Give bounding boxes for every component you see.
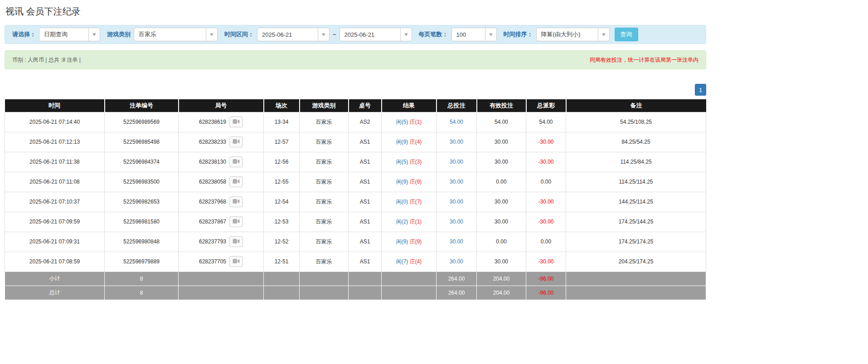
cell-session: 12-55 <box>264 172 300 192</box>
total-bet-link[interactable]: 30.00 <box>450 218 463 225</box>
cell-bet-id: 522596979889 <box>105 252 179 272</box>
footer-label: 总计 <box>5 286 105 300</box>
query-type-select[interactable]: 日期查询 <box>39 28 100 41</box>
cell-payout: -30.00 <box>526 252 566 272</box>
column-header: 总派彩 <box>526 99 566 112</box>
date-to-select[interactable]: 2025-06-21 <box>339 28 412 41</box>
round-number: 628237968 <box>199 199 226 205</box>
cell-session: 12-54 <box>264 192 300 212</box>
bet-record-row: 2025-06-21 07:11:08522596983500628238058… <box>5 172 706 192</box>
cell-time: 2025-06-21 07:08:59 <box>5 252 105 272</box>
round-number: 628238233 <box>199 139 226 145</box>
cell-remark: 144.25/114.25 <box>566 192 706 212</box>
column-header: 有效投注 <box>477 99 526 112</box>
cell-session: 13-34 <box>264 112 300 132</box>
round-number: 628238058 <box>199 179 226 185</box>
round-number: 628237793 <box>199 238 226 245</box>
cell-table-no: AS1 <box>349 172 382 192</box>
filter-bar: 请选择： 日期查询 游戏类别 百家乐 时间区间： 2025-06-21 ~ 20… <box>5 25 706 44</box>
game-type-select[interactable]: 百家乐 <box>134 28 218 41</box>
page-size-value: 100 <box>456 31 466 38</box>
video-camera-icon <box>233 119 240 126</box>
total-bet-link[interactable]: 30.00 <box>450 258 463 265</box>
video-camera-icon <box>233 258 240 265</box>
footer-valid-bet: 204.00 <box>477 286 526 300</box>
footer-empty <box>264 272 300 286</box>
cell-session: 12-56 <box>264 152 300 172</box>
chevron-down-icon <box>88 28 100 41</box>
sort-select[interactable]: 降冪(由大到小) <box>536 28 610 41</box>
video-camera-icon <box>233 179 240 185</box>
total-bet-link[interactable]: 30.00 <box>450 179 463 185</box>
cell-table-no: AS1 <box>349 212 382 232</box>
video-replay-button[interactable] <box>229 236 243 247</box>
footer-empty <box>179 286 264 300</box>
page-size-select[interactable]: 100 <box>451 28 497 41</box>
cell-time: 2025-06-21 07:14:40 <box>5 112 105 132</box>
video-replay-button[interactable] <box>229 196 243 207</box>
bet-record-row: 2025-06-21 07:09:59522596981580628237867… <box>5 212 706 232</box>
cell-bet-id: 522596985498 <box>105 132 179 152</box>
currency-summary-text: 币别 : 人民币 | 总共 :8 注单 | <box>12 56 81 64</box>
bet-record-row: 2025-06-21 07:14:40522596989569628238619… <box>5 112 706 132</box>
total-bet-link[interactable]: 30.00 <box>450 199 463 205</box>
subtotal-row: 小计8264.00204.00-96.00 <box>5 272 706 286</box>
video-replay-button[interactable] <box>229 216 243 227</box>
bet-record-row: 2025-06-21 07:08:59522596979889628237705… <box>5 252 706 272</box>
total-bet-link[interactable]: 30.00 <box>450 139 463 145</box>
column-header: 总投注 <box>436 99 477 112</box>
video-replay-button[interactable] <box>229 176 243 187</box>
video-replay-button[interactable] <box>229 136 243 147</box>
total-bet-link[interactable]: 30.00 <box>450 238 463 245</box>
cell-total-bet: 30.00 <box>436 232 477 252</box>
total-bet-link[interactable]: 54.00 <box>450 119 463 125</box>
cell-total-bet: 30.00 <box>436 132 477 152</box>
result-banker: 庄(4) <box>410 139 422 145</box>
result-player: 闲(0) <box>396 199 408 205</box>
cell-round-id: 628237867 <box>179 212 264 232</box>
result-player: 闲(2) <box>396 218 408 225</box>
footer-payout: -96.00 <box>526 272 566 286</box>
cell-valid-bet: 0.00 <box>477 172 526 192</box>
summary-bar: 币别 : 人民币 | 总共 :8 注单 | 同局有效投注，统一计算在该局第一张注… <box>5 50 706 69</box>
chevron-down-icon <box>318 28 329 41</box>
result-banker: 庄(4) <box>410 258 422 265</box>
video-replay-button[interactable] <box>229 116 243 127</box>
cell-game-type: 百家乐 <box>300 112 349 132</box>
footer-empty <box>382 286 436 300</box>
footer-empty <box>566 286 706 300</box>
cell-total-bet: 30.00 <box>436 212 477 232</box>
cell-bet-id: 522596984374 <box>105 152 179 172</box>
cell-remark: 114.25/84.25 <box>566 152 706 172</box>
sort-label: 时间排序： <box>504 30 533 39</box>
cell-valid-bet: 0.00 <box>477 232 526 252</box>
video-camera-icon <box>233 238 240 245</box>
cell-remark: 174.25/174.25 <box>566 232 706 252</box>
column-header: 结果 <box>382 99 436 112</box>
footer-count: 8 <box>105 286 179 300</box>
cell-session: 12-53 <box>264 212 300 232</box>
cell-game-type: 百家乐 <box>300 132 349 152</box>
video-camera-icon <box>233 218 240 225</box>
search-button[interactable]: 查询 <box>615 28 638 41</box>
cell-game-type: 百家乐 <box>300 252 349 272</box>
cell-total-bet: 30.00 <box>436 172 477 192</box>
cell-remark: 114.25/114.25 <box>566 172 706 192</box>
pagination-page-button[interactable]: 1 <box>695 84 706 96</box>
cell-payout: -30.00 <box>526 152 566 172</box>
video-replay-button[interactable] <box>229 256 243 267</box>
date-from-select[interactable]: 2025-06-21 <box>257 28 330 41</box>
cell-valid-bet: 30.00 <box>477 132 526 152</box>
video-replay-button[interactable] <box>229 156 243 167</box>
result-player: 闲(5) <box>396 159 408 165</box>
cell-bet-id: 522596981580 <box>105 212 179 232</box>
total-bet-link[interactable]: 30.00 <box>450 159 463 165</box>
cell-time: 2025-06-21 07:12:13 <box>5 132 105 152</box>
cell-total-bet: 30.00 <box>436 192 477 212</box>
cell-remark: 54.25/108.25 <box>566 112 706 132</box>
cell-round-id: 628237705 <box>179 252 264 272</box>
cell-result: 闲(9) 庄(9) <box>382 232 436 252</box>
date-to-value: 2025-06-21 <box>344 31 375 38</box>
valid-bet-notice-text: 同局有效投注，统一计算在该局第一张注单内 <box>590 56 698 64</box>
time-range-label: 时间区间： <box>224 30 254 39</box>
